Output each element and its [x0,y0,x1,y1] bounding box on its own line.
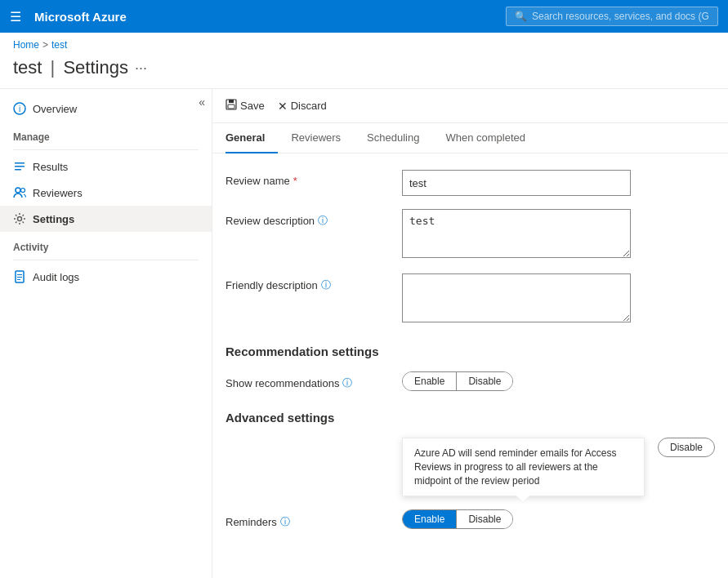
reviewers-icon [13,186,26,199]
sidebar-divider-manage [13,149,199,150]
sidebar-item-results-label: Results [33,161,68,173]
tab-when-completed-label: When completed [445,131,525,144]
content-area: « i Overview Manage Results Reviewers [0,88,728,578]
reminders-enable-button[interactable]: Enable [403,510,457,528]
main-container: Home > test test | Settings ··· « i Over… [0,33,728,578]
discard-label: Discard [291,100,327,112]
sidebar-item-reviewers-label: Reviewers [33,187,83,199]
tab-when-completed[interactable]: When completed [432,123,538,153]
section-name: Settings [63,57,128,78]
reminders-disable-button[interactable]: Disable [457,510,512,528]
sidebar-item-audit-logs[interactable]: Audit logs [0,264,212,290]
breadcrumb-current[interactable]: test [51,39,67,51]
tab-bar: General Reviewers Scheduling When comple… [212,123,728,153]
recommendation-settings-header: Recommendation settings [226,345,715,358]
advanced-settings-header: Advanced settings [226,411,715,425]
show-recommendations-toggle: Enable Disable [402,371,513,391]
sidebar-item-settings-label: Settings [33,213,74,225]
sidebar-item-reviewers[interactable]: Reviewers [0,180,212,206]
sidebar: « i Overview Manage Results Reviewers [0,89,212,578]
friendly-description-textarea[interactable] [402,273,631,322]
reminders-row: Reminders ⓘ Enable Disable [226,509,715,529]
page-title-bar: test | Settings ··· [0,54,728,88]
svg-rect-3 [15,166,25,167]
reminders-info-icon[interactable]: ⓘ [280,515,290,529]
resource-name: test [13,57,42,78]
top-nav-bar: ☰ Microsoft Azure 🔍 [0,0,728,33]
show-recommendations-info-icon[interactable]: ⓘ [342,376,352,390]
show-recommendations-field: Enable Disable [402,371,715,391]
svg-rect-10 [17,277,22,278]
show-recommendations-enable-button[interactable]: Enable [403,372,457,390]
tooltip-area: Azure AD will send reminder emails for A… [226,438,715,503]
tab-reviewers-label: Reviewers [291,131,341,144]
breadcrumb-separator: > [42,39,48,51]
show-recommendations-label-text: Show recommendations [226,377,339,389]
tooltip-disable-button[interactable]: Disable [658,438,715,457]
sidebar-collapse-button[interactable]: « [199,96,205,109]
svg-point-6 [21,189,25,193]
show-recommendations-row: Show recommendations ⓘ Enable Disable [226,371,715,391]
svg-rect-13 [229,100,234,103]
tab-scheduling[interactable]: Scheduling [354,123,432,153]
form-content: Review name * Review description ⓘ test [212,153,728,558]
show-recommendations-disable-button[interactable]: Disable [457,372,512,390]
sidebar-item-results[interactable]: Results [0,153,212,180]
reminders-label-text: Reminders [226,516,277,528]
save-icon [226,99,237,113]
sidebar-item-settings[interactable]: Settings [0,206,212,232]
svg-point-7 [18,217,22,221]
reminders-toggle: Enable Disable [402,509,513,529]
friendly-description-field [402,273,715,325]
sidebar-item-overview[interactable]: i Overview [0,96,212,122]
save-button[interactable]: Save [226,96,265,116]
friendly-description-row: Friendly description ⓘ [226,273,715,325]
review-description-label: Review description ⓘ [226,209,389,228]
save-label: Save [240,100,265,112]
review-name-row: Review name * [226,170,715,196]
friendly-description-info-icon[interactable]: ⓘ [321,278,331,292]
discard-button[interactable]: ✕ Discard [278,96,327,116]
review-name-label-text: Review name [226,175,290,187]
hamburger-menu-icon[interactable]: ☰ [10,9,21,24]
friendly-description-label-text: Friendly description [226,279,318,291]
review-name-required: * [293,175,297,187]
results-icon [13,160,26,173]
review-name-input[interactable] [402,170,631,196]
main-panel: Save ✕ Discard General Reviewers Schedul… [212,89,728,578]
audit-logs-icon [13,270,26,283]
svg-rect-14 [228,104,234,109]
svg-rect-2 [15,162,25,164]
search-icon: 🔍 [515,11,527,22]
svg-text:i: i [19,104,20,113]
overview-icon: i [13,102,26,115]
breadcrumb-home[interactable]: Home [13,39,39,51]
svg-point-5 [16,188,20,193]
search-bar[interactable]: 🔍 [506,7,718,26]
tab-scheduling-label: Scheduling [367,131,419,144]
svg-rect-4 [15,169,21,171]
review-description-textarea[interactable]: test [402,209,631,258]
brand-name: Microsoft Azure [34,10,506,24]
sidebar-activity-label: Activity [0,232,212,256]
page-more-icon[interactable]: ··· [135,60,147,77]
review-description-label-text: Review description [226,215,315,227]
tab-general[interactable]: General [226,123,278,153]
page-title: test | Settings [13,57,128,78]
discard-icon: ✕ [278,100,288,113]
tooltip-callout: Azure AD will send reminder emails for A… [402,438,645,496]
search-input[interactable] [532,11,709,22]
toolbar: Save ✕ Discard [212,89,728,123]
review-description-row: Review description ⓘ test [226,209,715,260]
review-name-label: Review name * [226,170,389,187]
review-description-info-icon[interactable]: ⓘ [318,214,328,228]
reminders-label: Reminders ⓘ [226,510,389,529]
settings-icon [13,212,26,225]
reminders-field: Enable Disable [402,509,715,529]
tab-reviewers[interactable]: Reviewers [278,123,354,153]
breadcrumb: Home > test [0,33,728,54]
svg-rect-11 [17,279,20,280]
show-recommendations-label: Show recommendations ⓘ [226,371,389,390]
sidebar-manage-label: Manage [0,122,212,146]
review-name-field [402,170,715,196]
